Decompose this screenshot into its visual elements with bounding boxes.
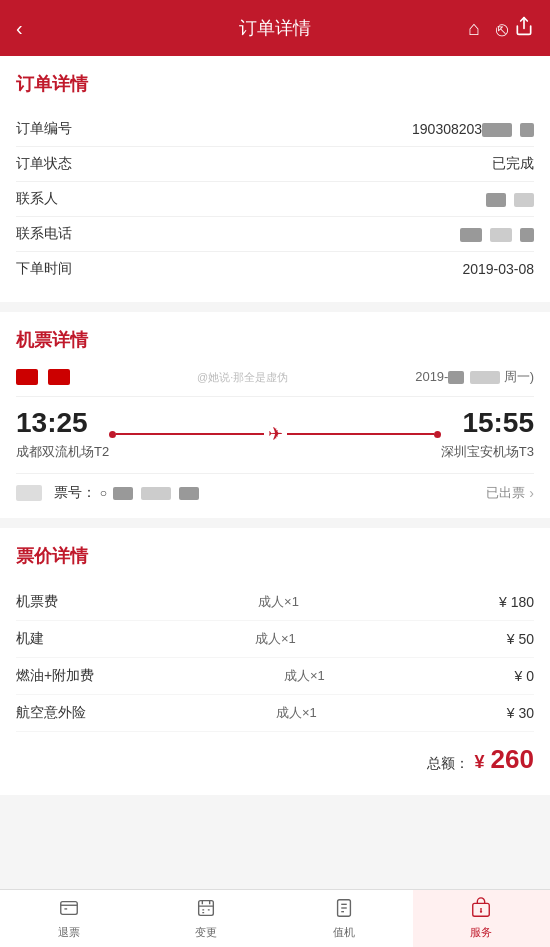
contact-phone-label: 联系电话 [16, 225, 72, 243]
flight-section-title: 机票详情 [16, 328, 534, 352]
price-row-ticket: 机票费 成人×1 ¥ 180 [16, 584, 534, 621]
share-icon[interactable]: ⎋ [496, 16, 534, 41]
svg-rect-1 [61, 902, 78, 915]
change-icon [195, 897, 217, 922]
price-amount-ticket: ¥ 180 [499, 594, 534, 610]
price-details-section: 票价详情 机票费 成人×1 ¥ 180 机建 成人×1 ¥ 50 燃油+附加费 … [0, 528, 550, 795]
ticket-number-icon: ○ [100, 486, 107, 500]
price-label-ticket: 机票费 [16, 593, 58, 611]
nav-label-change: 变更 [195, 925, 217, 940]
ticket-status-area[interactable]: 已出票 › [486, 484, 534, 502]
price-row-airport: 机建 成人×1 ¥ 50 [16, 621, 534, 658]
order-details-section: 订单详情 订单编号 190308203 订单状态 已完成 联系人 联系电话 [0, 56, 550, 302]
contact-person-value [486, 191, 534, 207]
contact-phone-value [460, 226, 534, 242]
page-title: 订单详情 [239, 16, 311, 40]
order-status-row: 订单状态 已完成 [16, 147, 534, 182]
order-number-row: 订单编号 190308203 [16, 112, 534, 147]
nav-label-refund: 退票 [58, 925, 80, 940]
flight-arrow: ✈ [109, 423, 441, 445]
nav-item-checkin[interactable]: 值机 [275, 890, 413, 947]
flight-header: @她说·那全是虚伪 2019- 周一) [16, 368, 534, 397]
price-middle-insurance: 成人×1 [276, 704, 317, 722]
arrow-line [116, 433, 263, 435]
flight-route: 13:25 成都双流机场T2 ✈ 15:55 深圳宝安机场T3 [16, 407, 534, 461]
nav-label-checkin: 值机 [333, 925, 355, 940]
contact-person-row: 联系人 [16, 182, 534, 217]
arrive-info: 15:55 深圳宝安机场T3 [441, 407, 534, 461]
order-status-label: 订单状态 [16, 155, 72, 173]
home-icon[interactable]: ⌂ [468, 17, 480, 40]
order-number-value: 190308203 [412, 121, 534, 137]
price-middle-ticket: 成人×1 [258, 593, 299, 611]
header-right: ⌂ ⎋ [468, 16, 534, 41]
arrow-dot-right [434, 431, 441, 438]
price-label-airport: 机建 [16, 630, 44, 648]
flight-details-section: 机票详情 @她说·那全是虚伪 2019- 周一) 13:25 成都双流机场T2 … [0, 312, 550, 518]
contact-phone-row: 联系电话 [16, 217, 534, 252]
order-time-value: 2019-03-08 [462, 261, 534, 277]
price-middle-airport: 成人×1 [255, 630, 296, 648]
total-row: 总额： ¥ 260 [16, 732, 534, 779]
svg-rect-4 [199, 901, 214, 916]
svg-point-11 [481, 911, 482, 912]
flight-footer: 票号： ○ 已出票 › [16, 473, 534, 502]
price-row-insurance: 航空意外险 成人×1 ¥ 30 [16, 695, 534, 732]
back-icon[interactable]: ‹ [16, 17, 23, 40]
order-number-label: 订单编号 [16, 120, 72, 138]
price-amount-insurance: ¥ 30 [507, 705, 534, 721]
ticket-status: 已出票 [486, 484, 525, 502]
depart-time: 13:25 [16, 407, 109, 439]
total-amount: 260 [491, 744, 534, 775]
contact-person-label: 联系人 [16, 190, 58, 208]
order-status-value: 已完成 [492, 155, 534, 173]
price-label-insurance: 航空意外险 [16, 704, 86, 722]
order-time-label: 下单时间 [16, 260, 72, 278]
total-label: 总额： [427, 755, 469, 773]
airline-info: 票号： ○ [16, 484, 199, 502]
chevron-right-icon: › [529, 485, 534, 501]
price-row-fuel: 燃油+附加费 成人×1 ¥ 0 [16, 658, 534, 695]
arrive-airport: 深圳宝安机场T3 [441, 443, 534, 461]
price-amount-airport: ¥ 50 [507, 631, 534, 647]
nav-label-service: 服务 [470, 925, 492, 940]
header-left: ‹ [16, 17, 23, 40]
total-currency: ¥ [475, 752, 485, 773]
arrow-line-right [287, 433, 434, 435]
checkin-icon [333, 897, 355, 922]
arrow-dot-left [109, 431, 116, 438]
price-section-title: 票价详情 [16, 544, 534, 568]
order-time-row: 下单时间 2019-03-08 [16, 252, 534, 286]
bottom-nav: 退票 变更 值机 [0, 889, 550, 947]
order-section-title: 订单详情 [16, 72, 534, 96]
plane-icon: ✈ [268, 423, 283, 445]
flight-date: 2019- 周一) [415, 368, 534, 386]
header: ‹ 订单详情 ⌂ ⎋ [0, 0, 550, 56]
price-amount-fuel: ¥ 0 [515, 668, 534, 684]
depart-airport: 成都双流机场T2 [16, 443, 109, 461]
nav-item-service[interactable]: 服务 [413, 890, 551, 947]
nav-item-change[interactable]: 变更 [138, 890, 276, 947]
ticket-number-prefix: 票号： [54, 484, 96, 500]
watermark-text: @她说·那全是虚伪 [78, 370, 407, 385]
refund-icon [58, 897, 80, 922]
nav-item-refund[interactable]: 退票 [0, 890, 138, 947]
price-label-fuel: 燃油+附加费 [16, 667, 94, 685]
arrive-time: 15:55 [441, 407, 534, 439]
service-icon [470, 897, 492, 922]
page-content: 订单详情 订单编号 190308203 订单状态 已完成 联系人 联系电话 [0, 56, 550, 873]
price-middle-fuel: 成人×1 [284, 667, 325, 685]
depart-info: 13:25 成都双流机场T2 [16, 407, 109, 461]
